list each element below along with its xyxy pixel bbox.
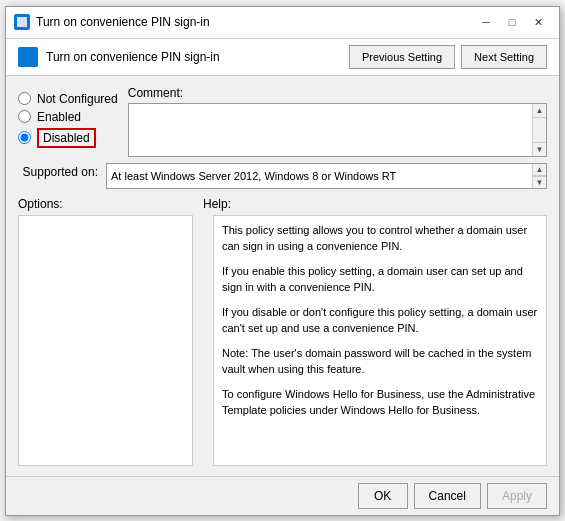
disabled-label: Disabled [37, 128, 96, 148]
ok-button[interactable]: OK [358, 483, 408, 509]
enabled-label: Enabled [37, 110, 81, 124]
svg-rect-0 [17, 17, 27, 27]
supported-scroll-up[interactable]: ▲ [533, 164, 546, 176]
lower-labels: Options: Help: [18, 197, 547, 211]
help-para-3: If you disable or don't configure this p… [222, 304, 538, 337]
help-para-1: This policy setting allows you to contro… [222, 222, 538, 255]
comment-textarea[interactable] [129, 104, 532, 156]
maximize-button[interactable]: □ [499, 11, 525, 33]
nav-buttons: Previous Setting Next Setting [349, 45, 547, 69]
apply-button[interactable]: Apply [487, 483, 547, 509]
dialog-icon [18, 47, 38, 67]
scroll-up-arrow[interactable]: ▲ [533, 104, 546, 118]
comment-box: ▲ ▼ [128, 103, 547, 157]
title-bar: Turn on convenience PIN sign-in ─ □ ✕ [6, 7, 559, 39]
disabled-option[interactable]: Disabled [18, 128, 118, 148]
help-para-2: If you enable this policy setting, a dom… [222, 263, 538, 296]
window-icon [14, 14, 30, 30]
prev-setting-button[interactable]: Previous Setting [349, 45, 455, 69]
cancel-button[interactable]: Cancel [414, 483, 481, 509]
next-setting-button[interactable]: Next Setting [461, 45, 547, 69]
not-configured-radio[interactable] [18, 92, 31, 105]
dialog-title: Turn on convenience PIN sign-in [46, 50, 341, 64]
radio-group: Not Configured Enabled Disabled [18, 86, 118, 157]
panes-gap [203, 215, 213, 466]
supported-value: At least Windows Server 2012, Windows 8 … [107, 164, 532, 188]
supported-scroll-down[interactable]: ▼ [533, 176, 546, 188]
main-window: Turn on convenience PIN sign-in ─ □ ✕ Tu… [5, 6, 560, 516]
minimize-button[interactable]: ─ [473, 11, 499, 33]
comment-scrollbar: ▲ ▼ [532, 104, 546, 156]
supported-row: Supported on: At least Windows Server 20… [18, 163, 547, 189]
supported-scrollbar: ▲ ▼ [532, 164, 546, 188]
window-title: Turn on convenience PIN sign-in [36, 15, 467, 29]
enabled-radio[interactable] [18, 110, 31, 123]
enabled-option[interactable]: Enabled [18, 110, 118, 124]
comment-label: Comment: [128, 86, 547, 100]
panes-row: This policy setting allows you to contro… [18, 215, 547, 466]
help-para-4: Note: The user's domain password will be… [222, 345, 538, 378]
content-area: Not Configured Enabled Disabled Comment: [6, 76, 559, 476]
supported-label: Supported on: [18, 163, 98, 179]
options-label: Options: [18, 197, 203, 211]
window-controls: ─ □ ✕ [473, 11, 551, 33]
comment-section: Comment: ▲ ▼ [128, 86, 547, 157]
not-configured-option[interactable]: Not Configured [18, 92, 118, 106]
scroll-down-arrow[interactable]: ▼ [533, 142, 546, 156]
help-text: This policy setting allows you to contro… [222, 222, 538, 419]
not-configured-label: Not Configured [37, 92, 118, 106]
footer: OK Cancel Apply [6, 476, 559, 515]
help-label: Help: [203, 197, 547, 211]
supported-value-container: At least Windows Server 2012, Windows 8 … [106, 163, 547, 189]
disabled-radio[interactable] [18, 131, 31, 144]
help-pane: This policy setting allows you to contro… [213, 215, 547, 466]
dialog-header: Turn on convenience PIN sign-in Previous… [6, 39, 559, 76]
options-pane [18, 215, 193, 466]
help-para-5: To configure Windows Hello for Business,… [222, 386, 538, 419]
close-button[interactable]: ✕ [525, 11, 551, 33]
